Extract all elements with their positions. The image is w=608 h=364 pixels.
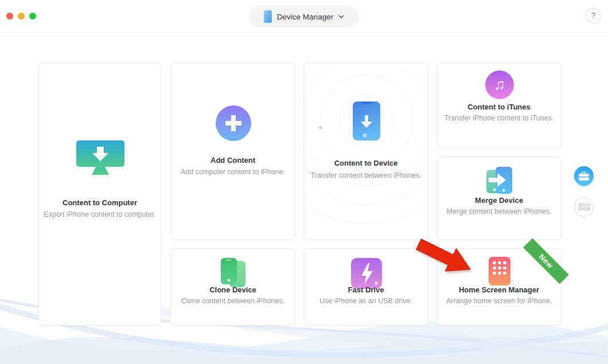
app-categories-nav-button[interactable] [574,197,594,217]
card-subtitle: Transfer iPhone content to iTunes. [437,114,561,122]
device-manager-nav-button[interactable] [574,166,594,186]
grid-icon [579,203,590,210]
mode-label: Device Manager [277,13,333,21]
card-subtitle: Clone content between iPhones. [171,297,295,305]
card-title: Add Content [171,156,295,165]
app-window: Device Manager ? Content to Computer Exp… [0,0,608,364]
merge-phones-icon [486,167,513,197]
title-bar: Device Manager ? [0,0,608,33]
help-button[interactable]: ? [586,8,601,24]
close-button[interactable] [6,13,13,19]
card-subtitle: Use iPhone as an USB drive. [304,297,428,305]
card-add-content[interactable]: Add Content Add computer content to iPho… [170,62,295,240]
mode-switcher-dropdown[interactable]: Device Manager [249,6,359,28]
card-content-to-itunes[interactable]: ♫ Content to iTunes Transfer iPhone cont… [436,62,562,148]
card-title: Clone Device [171,285,295,294]
card-fast-drive[interactable]: Fast Drive Use iPhone as an USB drive. [303,248,428,326]
card-title: Content to Device [304,159,428,167]
annotation-arrow [414,238,494,296]
monitor-download-icon [76,140,125,178]
card-subtitle: Arrange home screen for iPhone. [437,297,561,305]
card-content-to-computer[interactable]: Content to Computer Export iPhone conten… [38,62,161,326]
card-subtitle: Add computer content to iPhone. [171,168,295,176]
minimize-button[interactable] [18,13,25,19]
briefcase-icon [578,171,590,181]
chevron-down-icon [338,15,344,18]
card-title: Fast Drive [304,285,428,294]
card-content-to-device[interactable]: Content to Device Transfer content betwe… [303,62,428,240]
card-merge-device[interactable]: Merge Device Merge content between iPhon… [436,156,562,240]
window-controls [6,13,36,19]
card-subtitle: Transfer content between iPhones. [304,171,428,179]
card-clone-device[interactable]: Clone Device Clone content between iPhon… [170,248,295,326]
device-icon [264,10,272,23]
card-title: Merge Device [437,196,561,205]
card-subtitle: Merge content between iPhones. [437,208,561,216]
phone-download-icon [353,101,380,143]
card-subtitle: Export iPhone content to computer. [39,210,161,218]
music-note-circle-icon: ♫ [485,71,514,99]
card-title: Content to Computer [39,198,161,207]
card-title: Content to iTunes [437,103,561,111]
zoom-button[interactable] [29,13,36,19]
plus-circle-icon [216,105,251,143]
